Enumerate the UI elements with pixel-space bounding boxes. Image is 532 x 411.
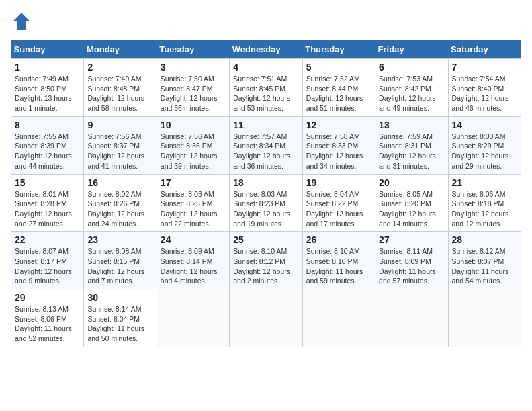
cell-text: Sunrise: 7:49 AM Sunset: 8:48 PM Dayligh… [87,74,152,113]
day-number: 8 [15,120,80,130]
day-number: 29 [15,292,80,303]
cell-text: Sunrise: 8:08 AM Sunset: 8:15 PM Dayligh… [87,246,152,286]
cell-text: Sunrise: 8:06 AM Sunset: 8:18 PM Dayligh… [452,189,517,229]
calendar-cell: 12Sunrise: 7:58 AM Sunset: 8:33 PM Dayli… [302,116,375,174]
cell-text: Sunrise: 7:59 AM Sunset: 8:31 PM Dayligh… [379,132,444,171]
cell-text: Sunrise: 8:09 AM Sunset: 8:14 PM Dayligh… [161,246,226,286]
calendar-cell: 30Sunrise: 8:14 AM Sunset: 8:04 PM Dayli… [84,289,157,347]
calendar-cell: 28Sunrise: 8:12 AM Sunset: 8:07 PM Dayli… [448,232,521,289]
calendar-cell [230,289,302,347]
day-number: 12 [306,120,371,130]
cell-text: Sunrise: 7:58 AM Sunset: 8:33 PM Dayligh… [306,132,371,171]
calendar-cell [375,289,448,347]
calendar-cell [157,289,229,347]
calendar-cell: 8Sunrise: 7:55 AM Sunset: 8:39 PM Daylig… [11,116,84,174]
logo-icon [11,11,32,32]
day-number: 10 [161,120,226,130]
cell-text: Sunrise: 8:12 AM Sunset: 8:07 PM Dayligh… [452,246,517,286]
calendar-cell: 2Sunrise: 7:49 AM Sunset: 8:48 PM Daylig… [84,59,157,117]
day-number: 4 [233,62,298,73]
calendar-cell: 22Sunrise: 8:07 AM Sunset: 8:17 PM Dayli… [11,232,84,289]
calendar-cell: 7Sunrise: 7:54 AM Sunset: 8:40 PM Daylig… [448,59,521,117]
week-row-2: 8Sunrise: 7:55 AM Sunset: 8:39 PM Daylig… [11,116,521,174]
calendar-cell: 13Sunrise: 7:59 AM Sunset: 8:31 PM Dayli… [375,116,448,174]
calendar-cell: 10Sunrise: 7:56 AM Sunset: 8:36 PM Dayli… [157,116,229,174]
cell-text: Sunrise: 7:57 AM Sunset: 8:34 PM Dayligh… [233,132,298,171]
day-number: 11 [233,120,298,130]
calendar-cell: 24Sunrise: 8:09 AM Sunset: 8:14 PM Dayli… [157,232,229,289]
cell-text: Sunrise: 7:54 AM Sunset: 8:40 PM Dayligh… [452,74,517,113]
calendar-cell: 9Sunrise: 7:56 AM Sunset: 8:37 PM Daylig… [84,116,157,174]
cell-text: Sunrise: 8:13 AM Sunset: 8:06 PM Dayligh… [15,304,80,344]
calendar-cell: 26Sunrise: 8:10 AM Sunset: 8:10 PM Dayli… [302,232,375,289]
col-header-wednesday: Wednesday [230,40,302,59]
cell-text: Sunrise: 8:10 AM Sunset: 8:10 PM Dayligh… [306,246,371,286]
day-number: 7 [452,62,517,73]
cell-text: Sunrise: 8:04 AM Sunset: 8:22 PM Dayligh… [306,189,371,229]
day-number: 14 [452,120,517,130]
cell-text: Sunrise: 8:00 AM Sunset: 8:29 PM Dayligh… [452,132,517,171]
calendar-cell: 4Sunrise: 7:51 AM Sunset: 8:45 PM Daylig… [230,59,302,117]
cell-text: Sunrise: 8:10 AM Sunset: 8:12 PM Dayligh… [233,246,298,286]
calendar-table: SundayMondayTuesdayWednesdayThursdayFrid… [11,40,521,347]
day-number: 2 [87,62,152,73]
cell-text: Sunrise: 8:05 AM Sunset: 8:20 PM Dayligh… [379,189,444,229]
calendar-cell: 16Sunrise: 8:02 AM Sunset: 8:26 PM Dayli… [84,174,157,232]
col-header-sunday: Sunday [11,40,84,59]
calendar-cell: 29Sunrise: 8:13 AM Sunset: 8:06 PM Dayli… [11,289,84,347]
cell-text: Sunrise: 7:56 AM Sunset: 8:36 PM Dayligh… [161,132,226,171]
col-header-tuesday: Tuesday [157,40,229,59]
day-number: 21 [452,177,517,188]
logo [11,11,35,32]
day-number: 28 [452,234,517,245]
calendar-cell: 17Sunrise: 8:03 AM Sunset: 8:25 PM Dayli… [157,174,229,232]
calendar-cell: 18Sunrise: 8:03 AM Sunset: 8:23 PM Dayli… [230,174,302,232]
cell-text: Sunrise: 8:07 AM Sunset: 8:17 PM Dayligh… [15,246,80,286]
day-number: 24 [161,234,226,245]
day-number: 19 [306,177,371,188]
day-number: 3 [161,62,226,73]
day-number: 23 [87,234,152,245]
calendar-cell: 27Sunrise: 8:11 AM Sunset: 8:09 PM Dayli… [375,232,448,289]
week-row-3: 15Sunrise: 8:01 AM Sunset: 8:28 PM Dayli… [11,174,521,232]
page-header [11,11,521,32]
calendar-cell: 11Sunrise: 7:57 AM Sunset: 8:34 PM Dayli… [230,116,302,174]
svg-marker-0 [13,13,30,30]
cell-text: Sunrise: 7:50 AM Sunset: 8:47 PM Dayligh… [161,74,226,113]
day-number: 27 [379,234,444,245]
day-number: 26 [306,234,371,245]
col-header-thursday: Thursday [302,40,375,59]
day-number: 18 [233,177,298,188]
cell-text: Sunrise: 8:11 AM Sunset: 8:09 PM Dayligh… [379,246,444,286]
day-number: 22 [15,234,80,245]
week-row-4: 22Sunrise: 8:07 AM Sunset: 8:17 PM Dayli… [11,232,521,289]
cell-text: Sunrise: 8:03 AM Sunset: 8:23 PM Dayligh… [233,189,298,229]
calendar-cell: 20Sunrise: 8:05 AM Sunset: 8:20 PM Dayli… [375,174,448,232]
cell-text: Sunrise: 7:51 AM Sunset: 8:45 PM Dayligh… [233,74,298,113]
calendar-cell: 15Sunrise: 8:01 AM Sunset: 8:28 PM Dayli… [11,174,84,232]
cell-text: Sunrise: 8:01 AM Sunset: 8:28 PM Dayligh… [15,189,80,229]
calendar-cell: 21Sunrise: 8:06 AM Sunset: 8:18 PM Dayli… [448,174,521,232]
day-number: 6 [379,62,444,73]
col-header-monday: Monday [84,40,157,59]
calendar-cell [448,289,521,347]
calendar-cell: 6Sunrise: 7:53 AM Sunset: 8:42 PM Daylig… [375,59,448,117]
cell-text: Sunrise: 8:14 AM Sunset: 8:04 PM Dayligh… [87,304,152,344]
calendar-cell: 3Sunrise: 7:50 AM Sunset: 8:47 PM Daylig… [157,59,229,117]
calendar-cell [302,289,375,347]
calendar-cell: 1Sunrise: 7:49 AM Sunset: 8:50 PM Daylig… [11,59,84,117]
calendar-cell: 5Sunrise: 7:52 AM Sunset: 8:44 PM Daylig… [302,59,375,117]
cell-text: Sunrise: 8:02 AM Sunset: 8:26 PM Dayligh… [87,189,152,229]
day-number: 16 [87,177,152,188]
day-number: 5 [306,62,371,73]
day-number: 20 [379,177,444,188]
day-number: 30 [87,292,152,303]
day-number: 13 [379,120,444,130]
day-number: 17 [161,177,226,188]
day-number: 25 [233,234,298,245]
cell-text: Sunrise: 7:52 AM Sunset: 8:44 PM Dayligh… [306,74,371,113]
calendar-cell: 19Sunrise: 8:04 AM Sunset: 8:22 PM Dayli… [302,174,375,232]
week-row-1: 1Sunrise: 7:49 AM Sunset: 8:50 PM Daylig… [11,59,521,117]
day-number: 1 [15,62,80,73]
day-number: 9 [87,120,152,130]
